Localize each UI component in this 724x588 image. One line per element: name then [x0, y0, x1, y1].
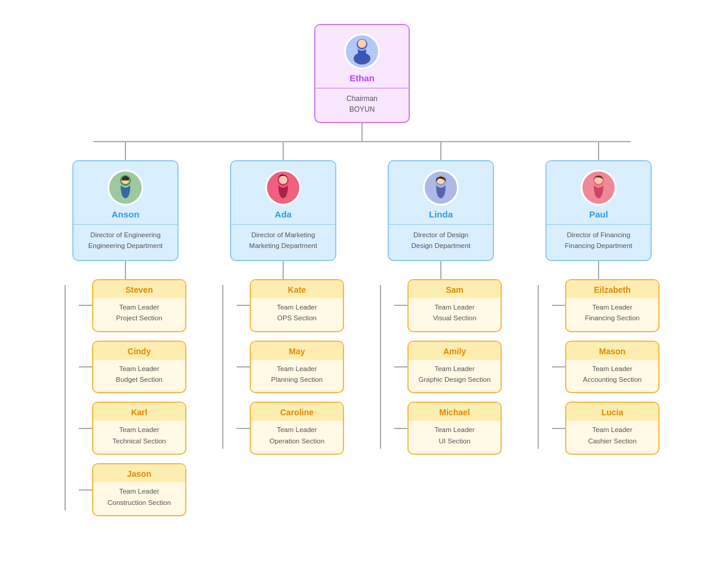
may-name: May — [289, 347, 305, 356]
linda-divider — [389, 224, 493, 225]
linda-teams: Sam Team Leader Visual Section — [380, 279, 502, 455]
team-item-sam: Sam Team Leader Visual Section — [394, 279, 502, 332]
mason-header: Mason — [566, 342, 658, 360]
anson-vline-top — [125, 142, 126, 160]
mason-hline — [552, 366, 565, 368]
team-card-may[interactable]: May Team Leader Planning Section — [250, 341, 344, 394]
directors-row: Anson Director of Engineering Engineerin… — [33, 142, 691, 516]
anson-divider — [73, 224, 177, 225]
ada-avatar — [265, 170, 301, 206]
sam-body: Team Leader Visual Section — [428, 298, 481, 324]
paul-role: Director of Financing Financing Departme… — [565, 229, 632, 252]
may-header: May — [251, 342, 343, 360]
ceo-org: BOYUN — [349, 105, 375, 114]
karl-header: Karl — [93, 403, 185, 421]
team-card-sam[interactable]: Sam Team Leader Visual Section — [407, 279, 502, 332]
amily-header: Amily — [409, 342, 501, 360]
ceo-title: Chairman — [346, 94, 378, 103]
team-item-jason: Jason Team Leader Construction Section — [79, 463, 186, 516]
team-card-eilzabeth[interactable]: Eilzabeth Team Leader Financing Section — [565, 279, 659, 332]
dir-section-paul: Paul Director of Financing Financing Dep… — [533, 142, 664, 455]
caroline-body: Team Leader Operation Section — [265, 421, 329, 446]
linda-avatar — [423, 170, 459, 206]
eilzabeth-header: Eilzabeth — [566, 280, 658, 298]
lucia-role: Team Leader Cashier Section — [588, 424, 636, 446]
michael-role: Team Leader UI Section — [434, 424, 474, 446]
ceo-avatar-area — [315, 25, 409, 73]
karl-hline — [79, 428, 92, 429]
cindy-name: Cindy — [128, 347, 151, 356]
caroline-name: Caroline — [280, 408, 314, 417]
sam-role: Team Leader Visual Section — [433, 302, 477, 324]
team-item-caroline: Caroline Team Leader Operation Section — [237, 402, 344, 455]
team-card-jason[interactable]: Jason Team Leader Construction Section — [92, 463, 186, 516]
steven-role: Team Leader Project Section — [116, 302, 162, 324]
mason-body: Team Leader Accounting Section — [578, 360, 646, 385]
team-card-karl[interactable]: Karl Team Leader Technical Section — [92, 402, 186, 455]
team-card-mason[interactable]: Mason Team Leader Accounting Section — [565, 341, 659, 394]
org-chart: Ethan Chairman BOYUN — [0, 0, 724, 540]
ceo-block: Ethan Chairman BOYUN — [314, 24, 410, 141]
lucia-name: Lucia — [602, 408, 624, 417]
team-item-lucia: Lucia Team Leader Cashier Section — [552, 402, 659, 455]
michael-header: Michael — [409, 403, 501, 421]
may-hline — [237, 366, 250, 368]
ada-vline-top — [283, 142, 284, 160]
michael-hline — [394, 428, 407, 429]
dir-section-ada: Ada Director of Marketing Marketing Depa… — [217, 142, 349, 455]
team-card-cindy[interactable]: Cindy Team Leader Budget Section — [92, 341, 186, 394]
svg-point-6 — [279, 176, 287, 184]
paul-avatar-area — [547, 161, 651, 209]
team-card-steven[interactable]: Steven Team Leader Project Section — [92, 279, 186, 332]
ceo-role: Chairman BOYUN — [346, 93, 378, 115]
team-item-kate: Kate Team Leader OPS Section — [237, 279, 344, 332]
ada-name: Ada — [275, 209, 292, 219]
team-card-amily[interactable]: Amily Team Leader Graphic Design Section — [407, 341, 502, 394]
cindy-body: Team Leader Budget Section — [111, 360, 167, 385]
anson-vline-bot — [125, 261, 126, 279]
director-card-anson[interactable]: Anson Director of Engineering Engineerin… — [72, 160, 179, 261]
eilzabeth-role: Team Leader Financing Section — [585, 302, 639, 324]
team-card-caroline[interactable]: Caroline Team Leader Operation Section — [250, 402, 344, 455]
director-card-ada[interactable]: Ada Director of Marketing Marketing Depa… — [230, 160, 336, 261]
amily-hline — [394, 366, 407, 368]
team-card-kate[interactable]: Kate Team Leader OPS Section — [250, 279, 344, 332]
director-card-linda[interactable]: Linda Director of Design Design Departme… — [388, 160, 494, 261]
paul-avatar — [581, 170, 616, 206]
linda-avatar-area — [389, 161, 493, 209]
team-card-michael[interactable]: Michael Team Leader UI Section — [407, 402, 502, 455]
director-card-paul[interactable]: Paul Director of Financing Financing Dep… — [545, 160, 652, 261]
amily-body: Team Leader Graphic Design Section — [414, 360, 496, 385]
team-card-lucia[interactable]: Lucia Team Leader Cashier Section — [565, 402, 659, 455]
lucia-hline — [552, 428, 565, 429]
ada-avatar-area — [231, 161, 335, 209]
paul-teams: Eilzabeth Team Leader Financing Section — [538, 279, 659, 455]
jason-name: Jason — [127, 469, 151, 479]
jason-hline — [79, 489, 92, 491]
mason-role: Team Leader Accounting Section — [583, 363, 642, 385]
team-item-may: May Team Leader Planning Section — [237, 341, 344, 394]
sam-hline — [394, 305, 407, 306]
caroline-role: Team Leader Operation Section — [269, 424, 324, 446]
paul-divider — [547, 224, 651, 225]
kate-header: Kate — [251, 280, 343, 298]
jason-body: Team Leader Construction Section — [103, 482, 176, 508]
dir-section-linda: Linda Director of Design Design Departme… — [375, 142, 507, 455]
linda-vline-top — [440, 142, 441, 160]
paul-name: Paul — [589, 209, 608, 219]
lucia-body: Team Leader Cashier Section — [583, 421, 641, 446]
team-item-amily: Amily Team Leader Graphic Design Section — [394, 341, 502, 394]
karl-name: Karl — [131, 408, 147, 417]
kate-name: Kate — [288, 285, 306, 295]
cindy-role: Team Leader Budget Section — [116, 363, 162, 385]
anson-name: Anson — [112, 209, 140, 219]
amily-name: Amily — [443, 347, 466, 356]
paul-vline-top — [598, 142, 599, 160]
eilzabeth-hline — [552, 305, 565, 306]
may-role: Team Leader Planning Section — [271, 363, 323, 385]
ada-role: Director of Marketing Marketing Departme… — [249, 229, 317, 252]
paul-vline-bot — [598, 261, 599, 279]
team-item-eilzabeth: Eilzabeth Team Leader Financing Section — [552, 279, 659, 332]
sam-name: Sam — [446, 285, 464, 295]
team-item-steven: Steven Team Leader Project Section — [79, 279, 186, 332]
